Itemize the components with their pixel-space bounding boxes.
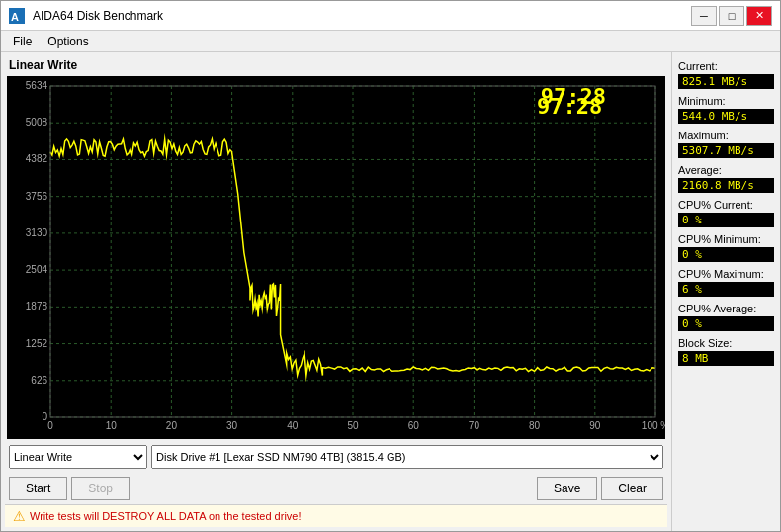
drive-select[interactable]: Disk Drive #1 [Lexar SSD NM790 4TB] (381… [151, 445, 663, 469]
main-panel: Linear Write 97:28 Linear Write Linear R… [1, 52, 671, 531]
test-type-select[interactable]: Linear Write Linear Read Random Write Ra… [9, 445, 147, 469]
warning-bar: ⚠ Write tests will DESTROY ALL DATA on t… [5, 504, 667, 527]
cpu-minimum-label: CPU% Minimum: [678, 233, 774, 245]
cpu-average-value: 0 % [678, 316, 774, 331]
controls-bar: Linear Write Linear Read Random Write Ra… [5, 441, 667, 473]
benchmark-canvas [7, 76, 665, 439]
menu-bar: File Options [1, 31, 780, 52]
action-buttons-bar: Start Stop Save Clear [5, 473, 667, 504]
close-button[interactable]: ✕ [746, 6, 772, 26]
maximum-label: Maximum: [678, 130, 774, 141]
main-window: A AIDA64 Disk Benchmark ─ □ ✕ File Optio… [0, 0, 781, 532]
warning-icon: ⚠ [13, 508, 26, 524]
cpu-average-label: CPU% Average: [678, 303, 774, 314]
maximize-button[interactable]: □ [719, 6, 744, 26]
save-button[interactable]: Save [537, 477, 597, 500]
clear-button[interactable]: Clear [601, 477, 663, 500]
current-label: Current: [678, 60, 774, 72]
cpu-current-value: 0 % [678, 213, 774, 227]
title-bar: A AIDA64 Disk Benchmark ─ □ ✕ [1, 1, 780, 31]
right-panel: Current: 825.1 MB/s Minimum: 544.0 MB/s … [671, 52, 780, 531]
minimum-label: Minimum: [678, 95, 774, 107]
chart-container: 97:28 [7, 76, 665, 439]
content-area: Linear Write 97:28 Linear Write Linear R… [1, 52, 780, 531]
stop-button[interactable]: Stop [71, 477, 130, 500]
current-value: 825.1 MB/s [678, 74, 774, 89]
chart-title: Linear Write [5, 56, 667, 74]
block-size-value: 8 MB [678, 351, 774, 366]
cpu-maximum-label: CPU% Maximum: [678, 268, 774, 280]
start-button[interactable]: Start [9, 477, 67, 500]
block-size-label: Block Size: [678, 337, 774, 349]
minimum-value: 544.0 MB/s [678, 109, 774, 124]
maximum-value: 5307.7 MB/s [678, 143, 774, 158]
warning-text: Write tests will DESTROY ALL DATA on the… [30, 510, 302, 522]
minimize-button[interactable]: ─ [691, 6, 717, 26]
chart-timer: 97:28 [541, 84, 606, 109]
cpu-maximum-value: 6 % [678, 282, 774, 297]
title-bar-controls: ─ □ ✕ [691, 6, 772, 26]
svg-text:A: A [11, 11, 19, 23]
menu-options[interactable]: Options [40, 33, 96, 50]
cpu-current-label: CPU% Current: [678, 199, 774, 211]
app-icon: A [9, 8, 25, 24]
title-bar-left: A AIDA64 Disk Benchmark [9, 8, 163, 24]
window-title: AIDA64 Disk Benchmark [33, 9, 163, 23]
average-label: Average: [678, 164, 774, 176]
average-value: 2160.8 MB/s [678, 178, 774, 193]
cpu-minimum-value: 0 % [678, 247, 774, 262]
menu-file[interactable]: File [5, 33, 40, 50]
